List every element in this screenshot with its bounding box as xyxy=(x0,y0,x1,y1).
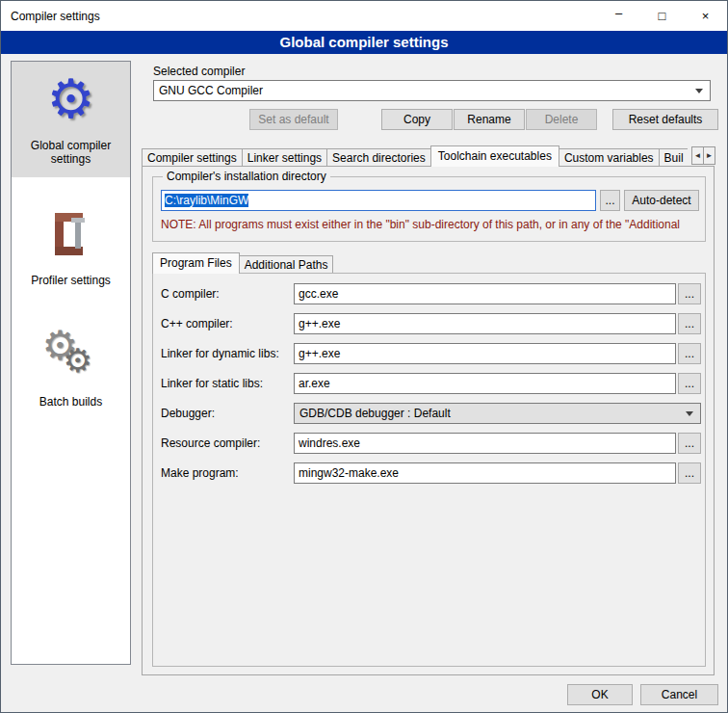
sidebar-item-label: Global compiler settings xyxy=(15,139,126,166)
gray-gears-icon: ⚙ ⚙ xyxy=(42,326,100,385)
debugger-value: GDB/CDB debugger : Default xyxy=(299,407,451,420)
sidebar-item-profiler-settings[interactable]: Profiler settings xyxy=(12,197,130,299)
cpp-compiler-label: C++ compiler: xyxy=(161,317,294,330)
sidebar-item-label: Batch builds xyxy=(39,395,102,409)
tab-scroll-controls: ◄ ► xyxy=(691,146,715,165)
delete-button[interactable]: Delete xyxy=(526,109,597,130)
installation-directory-groupbox: Compiler's installation directory C:\ray… xyxy=(152,176,706,242)
field-row-debugger: Debugger: GDB/CDB debugger : Default xyxy=(153,403,705,424)
program-files-panel: C compiler: ... C++ compiler: ... Linker… xyxy=(152,273,706,667)
blue-gear-icon: ⚙ xyxy=(46,69,94,129)
chevron-down-icon xyxy=(695,89,703,93)
tab-toolchain-executables[interactable]: Toolchain executables xyxy=(430,145,559,167)
installation-directory-value: C:\raylib\MinGW xyxy=(165,194,248,207)
installation-directory-input[interactable]: C:\raylib\MinGW xyxy=(161,190,596,211)
field-row-dynamic-linker: Linker for dynamic libs: ... xyxy=(153,343,705,364)
c-compiler-label: C compiler: xyxy=(161,287,294,301)
clamp-tool-icon xyxy=(45,204,97,264)
reset-defaults-button[interactable]: Reset defaults xyxy=(612,109,718,130)
titlebar: Compiler settings – □ × xyxy=(1,1,727,31)
make-program-input[interactable] xyxy=(294,462,676,484)
maximize-button[interactable]: □ xyxy=(640,1,684,31)
subtab-additional-paths[interactable]: Additional Paths xyxy=(239,255,334,274)
cpp-compiler-browse-button[interactable]: ... xyxy=(678,313,701,334)
rename-button[interactable]: Rename xyxy=(454,109,525,130)
sidebar-item-global-compiler-settings[interactable]: ⚙ Global compiler settings xyxy=(12,62,130,177)
close-icon: × xyxy=(702,9,710,23)
tab-linker-settings[interactable]: Linker settings xyxy=(242,148,327,167)
field-row-static-linker: Linker for static libs: ... xyxy=(153,373,705,394)
selected-compiler-label: Selected compiler xyxy=(153,65,245,78)
field-row-make-program: Make program: ... xyxy=(153,462,705,484)
dynamic-linker-label: Linker for dynamic libs: xyxy=(161,347,294,360)
installation-directory-browse-button[interactable]: ... xyxy=(600,190,620,211)
tab-custom-variables[interactable]: Custom variables xyxy=(559,148,660,167)
toolchain-executables-panel: Compiler's installation directory C:\ray… xyxy=(142,166,715,675)
copy-button[interactable]: Copy xyxy=(381,109,453,130)
close-button[interactable]: × xyxy=(684,1,727,31)
compiler-settings-dialog: Compiler settings – □ × Global compiler … xyxy=(0,0,728,713)
static-linker-browse-button[interactable]: ... xyxy=(678,373,701,394)
tab-search-directories[interactable]: Search directories xyxy=(326,148,431,167)
static-linker-input[interactable] xyxy=(294,373,676,394)
field-row-c-compiler: C compiler: ... xyxy=(153,283,705,304)
selected-compiler-dropdown[interactable]: GNU GCC Compiler xyxy=(153,80,711,101)
dynamic-linker-input[interactable] xyxy=(294,343,676,364)
settings-tabbar: Compiler settings Linker settings Search… xyxy=(142,145,688,167)
window-title: Compiler settings xyxy=(1,10,597,23)
selected-compiler-value: GNU GCC Compiler xyxy=(159,84,263,97)
minimize-button[interactable]: – xyxy=(597,1,640,31)
installation-directory-label: Compiler's installation directory xyxy=(163,170,330,183)
maximize-icon: □ xyxy=(659,9,666,23)
page-title: Global compiler settings xyxy=(1,31,727,54)
bin-subdirectory-note: NOTE: All programs must exist either in … xyxy=(161,218,700,231)
c-compiler-input[interactable] xyxy=(294,283,676,304)
program-files-tabbar: Program Files Additional Paths xyxy=(152,252,333,274)
tab-compiler-settings[interactable]: Compiler settings xyxy=(142,148,243,167)
cpp-compiler-input[interactable] xyxy=(294,313,676,334)
sidebar-item-batch-builds[interactable]: ⚙ ⚙ Batch builds xyxy=(12,318,130,420)
resource-compiler-label: Resource compiler: xyxy=(161,436,294,450)
resource-compiler-input[interactable] xyxy=(294,433,676,454)
field-row-resource-compiler: Resource compiler: ... xyxy=(153,433,705,454)
debugger-dropdown[interactable]: GDB/CDB debugger : Default xyxy=(294,403,701,424)
settings-category-list: ⚙ Global compiler settings Profiler sett… xyxy=(11,61,131,665)
subtab-program-files[interactable]: Program Files xyxy=(152,252,240,274)
minimize-icon: – xyxy=(615,6,622,20)
sidebar-item-label: Profiler settings xyxy=(31,274,111,287)
chevron-down-icon xyxy=(686,411,693,416)
make-program-label: Make program: xyxy=(161,466,294,480)
debugger-label: Debugger: xyxy=(161,407,294,420)
tab-build-options[interactable]: Buil xyxy=(659,148,688,167)
cancel-button[interactable]: Cancel xyxy=(640,684,718,705)
ok-button[interactable]: OK xyxy=(567,684,633,705)
set-as-default-button[interactable]: Set as default xyxy=(249,109,338,130)
tab-scroll-right-button[interactable]: ► xyxy=(703,146,715,165)
static-linker-label: Linker for static libs: xyxy=(161,377,294,390)
resource-compiler-browse-button[interactable]: ... xyxy=(678,433,701,454)
make-program-browse-button[interactable]: ... xyxy=(678,462,701,484)
c-compiler-browse-button[interactable]: ... xyxy=(678,283,701,304)
dynamic-linker-browse-button[interactable]: ... xyxy=(678,343,701,364)
field-row-cpp-compiler: C++ compiler: ... xyxy=(153,313,705,334)
auto-detect-button[interactable]: Auto-detect xyxy=(624,190,699,211)
